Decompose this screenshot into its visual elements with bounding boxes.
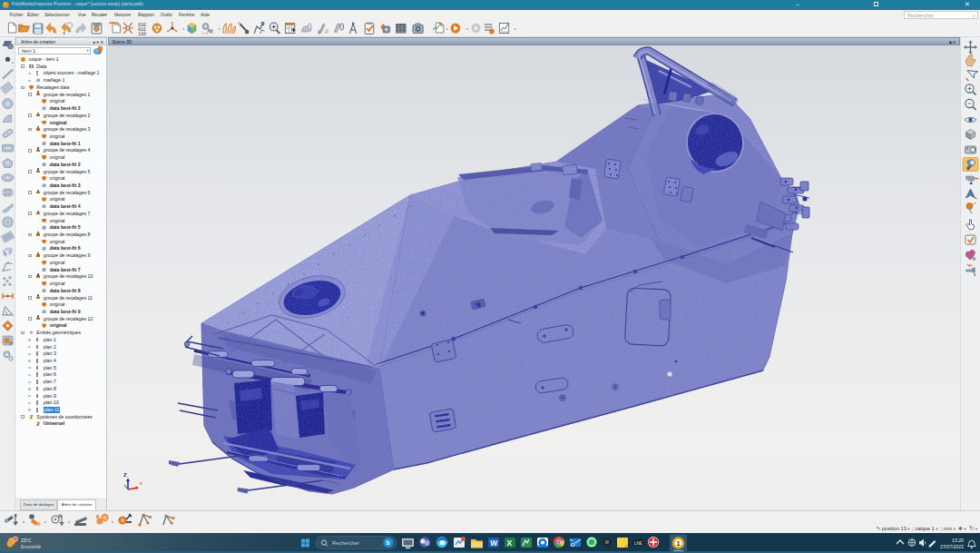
svg-text:1: 1 [676,539,681,548]
svg-text:X: X [507,538,513,548]
svg-text:Ensoleillé: Ensoleillé [21,544,41,549]
svg-text:110: 110 [138,31,146,36]
svg-text:25°C: 25°C [21,538,32,543]
svg-text:Rechercher: Rechercher [332,540,359,546]
svg-text:|—|: |—| [202,31,208,35]
svg-text:13:20: 13:20 [952,538,964,543]
svg-text:27/07/2023: 27/07/2023 [940,544,964,549]
svg-text:W: W [490,538,498,548]
svg-text:x: x [140,480,142,486]
svg-text:Z: Z [123,472,127,478]
svg-text:O: O [571,542,575,548]
svg-text:b: b [387,539,390,546]
svg-text:LNE: LNE [634,541,642,546]
svg-text:♫: ♫ [324,26,328,33]
